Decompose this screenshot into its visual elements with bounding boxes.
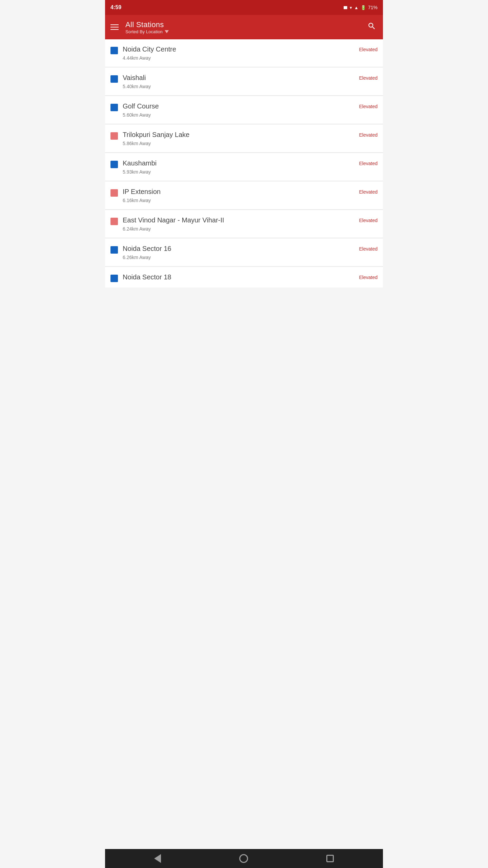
station-item-left: East Vinod Nagar - Mayur Vihar-II6.24km … (110, 216, 359, 232)
station-name: Golf Course (123, 102, 159, 110)
station-info: Golf Course5.60km Away (123, 102, 159, 118)
line-color-indicator (110, 275, 118, 282)
station-name: East Vinod Nagar - Mayur Vihar-II (123, 216, 224, 224)
wifi-icon: ▾ (350, 5, 352, 10)
station-info: Vaishali5.40km Away (123, 74, 151, 89)
line-color-indicator (110, 161, 118, 168)
station-item[interactable]: Noida City Centre4.44km AwayElevated (105, 39, 383, 67)
station-item[interactable]: East Vinod Nagar - Mayur Vihar-II6.24km … (105, 210, 383, 238)
station-type-label: Elevated (359, 159, 378, 166)
line-color-indicator (110, 47, 118, 54)
battery-percent: 71% (368, 5, 378, 10)
station-item[interactable]: Noida Sector 18Elevated (105, 267, 383, 288)
station-type-label: Elevated (359, 45, 378, 52)
station-item-left: Noida Sector 18 (110, 273, 359, 282)
app-bar-title: All Stations (125, 20, 169, 29)
menu-button[interactable] (110, 24, 119, 30)
app-bar-subtitle: Sorted By Location (125, 29, 169, 34)
station-distance: 5.40km Away (123, 84, 151, 89)
station-type-label: Elevated (359, 273, 378, 280)
line-color-indicator (110, 75, 118, 83)
station-item-left: Golf Course5.60km Away (110, 102, 359, 118)
station-info: East Vinod Nagar - Mayur Vihar-II6.24km … (123, 216, 224, 232)
station-name: Trilokpuri Sanjay Lake (123, 131, 189, 139)
station-name: Noida City Centre (123, 45, 176, 53)
app-bar: All Stations Sorted By Location (105, 15, 383, 39)
station-name: Noida Sector 16 (123, 245, 171, 253)
station-item[interactable]: Noida Sector 166.26km AwayElevated (105, 239, 383, 267)
location-icon: ⯀ (343, 5, 348, 10)
station-item-left: Vaishali5.40km Away (110, 74, 359, 89)
home-icon (239, 854, 248, 863)
station-type-label: Elevated (359, 131, 378, 138)
app-bar-left: All Stations Sorted By Location (110, 20, 169, 34)
station-item[interactable]: Kaushambi5.93km AwayElevated (105, 153, 383, 181)
back-button[interactable] (151, 851, 164, 866)
station-info: Noida City Centre4.44km Away (123, 45, 176, 61)
station-list: Noida City Centre4.44km AwayElevatedVais… (105, 39, 383, 849)
signal-icon: ▲ (354, 5, 359, 10)
battery-icon: 🔋 (361, 5, 366, 10)
station-info: IP Extension6.16km Away (123, 188, 161, 203)
station-type-label: Elevated (359, 74, 378, 81)
station-type-label: Elevated (359, 102, 378, 109)
home-button[interactable] (237, 851, 251, 866)
station-distance: 5.86km Away (123, 141, 189, 146)
station-info: Kaushambi5.93km Away (123, 159, 157, 175)
station-item[interactable]: Golf Course5.60km AwayElevated (105, 96, 383, 124)
status-time: 4:59 (110, 4, 121, 11)
line-color-indicator (110, 132, 118, 140)
app-bar-title-block: All Stations Sorted By Location (125, 20, 169, 34)
station-distance: 6.26km Away (123, 255, 171, 260)
station-info: Noida Sector 18 (123, 273, 171, 281)
recents-icon (326, 855, 334, 862)
station-type-label: Elevated (359, 216, 378, 223)
station-name: IP Extension (123, 188, 161, 196)
back-icon (154, 854, 161, 863)
station-item[interactable]: IP Extension6.16km AwayElevated (105, 182, 383, 210)
station-type-label: Elevated (359, 245, 378, 252)
station-distance: 4.44km Away (123, 55, 176, 61)
station-item-left: Kaushambi5.93km Away (110, 159, 359, 175)
station-item-left: Noida Sector 166.26km Away (110, 245, 359, 260)
station-item-left: Trilokpuri Sanjay Lake5.86km Away (110, 131, 359, 146)
line-color-indicator (110, 218, 118, 225)
search-button[interactable] (366, 20, 378, 34)
station-item-left: Noida City Centre4.44km Away (110, 45, 359, 61)
station-info: Noida Sector 166.26km Away (123, 245, 171, 260)
station-distance: 6.16km Away (123, 198, 161, 203)
subtitle-text: Sorted By Location (125, 29, 163, 34)
station-distance: 5.93km Away (123, 169, 157, 175)
recents-button[interactable] (324, 852, 337, 865)
bottom-nav (105, 849, 383, 868)
sort-arrow-icon[interactable] (165, 30, 169, 33)
station-item[interactable]: Vaishali5.40km AwayElevated (105, 68, 383, 96)
line-color-indicator (110, 189, 118, 197)
station-type-label: Elevated (359, 188, 378, 195)
station-name: Kaushambi (123, 159, 157, 167)
status-icons: ⯀ ▾ ▲ 🔋 71% (343, 5, 378, 10)
station-distance: 6.24km Away (123, 226, 224, 232)
station-info: Trilokpuri Sanjay Lake5.86km Away (123, 131, 189, 146)
station-item-left: IP Extension6.16km Away (110, 188, 359, 203)
station-name: Vaishali (123, 74, 151, 82)
station-name: Noida Sector 18 (123, 273, 171, 281)
status-bar: 4:59 ⯀ ▾ ▲ 🔋 71% (105, 0, 383, 15)
line-color-indicator (110, 104, 118, 111)
line-color-indicator (110, 246, 118, 254)
station-item[interactable]: Trilokpuri Sanjay Lake5.86km AwayElevate… (105, 125, 383, 153)
station-distance: 5.60km Away (123, 112, 159, 118)
